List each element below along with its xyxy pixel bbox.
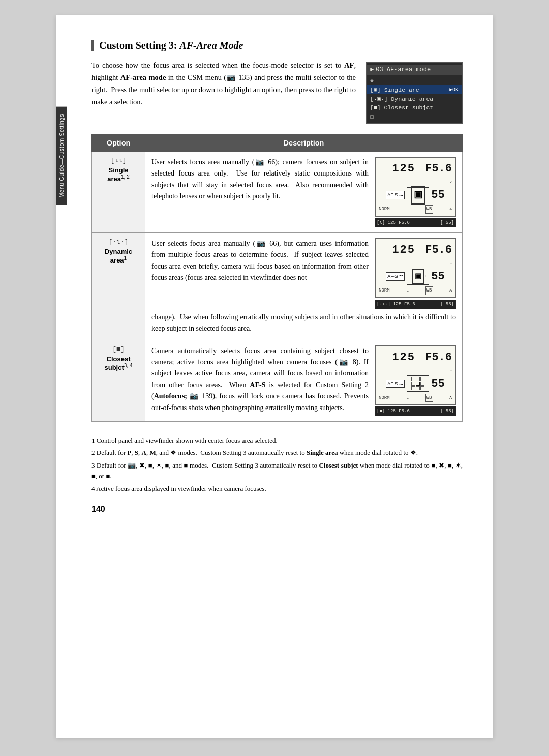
page-number: 140	[92, 505, 463, 514]
vf-num-closest: 55	[431, 375, 444, 393]
col-header-option: Option	[92, 135, 145, 152]
vf-num-single: 55	[431, 186, 444, 204]
footnote-3: 3 Default for 📷, ✖, ■, ✶, ■, and ■ modes…	[92, 460, 463, 482]
option-cell-closest: [■] Closestsubjct3, 4	[92, 340, 145, 421]
closest-icon: [■]	[98, 345, 139, 353]
single-area-icon: [ιι]	[98, 157, 139, 164]
vf-status-closest: [■] 125 F5.6 [ 55]	[375, 406, 456, 416]
dynamic-desc-continued: change). Use when following erratically …	[151, 309, 456, 335]
camera-menu-header: ► 03 AF-area mode	[367, 65, 462, 75]
vf-aperture-single: F5.6	[418, 160, 452, 178]
footnote-1: 1 Control panel and viewfinder shown wit…	[92, 435, 463, 446]
vf-middle-single: AF-S 𝌂 ▣ 55	[379, 186, 452, 204]
options-table: Option Description [ιι] Singlearea1, 2 U…	[92, 134, 463, 422]
col-header-desc: Description	[145, 135, 463, 152]
closest-sup: 3, 4	[124, 363, 133, 368]
footnotes: 1 Control panel and viewfinder shown wit…	[92, 430, 463, 495]
desc-cell-dynamic: User selects focus area manually (📷 66),…	[145, 232, 463, 340]
dynamic-area-icon: [·ι·]	[98, 238, 139, 246]
viewfinder-dynamic: 125 F5.6 ♪ AF-S 𝌂 + ▣	[375, 238, 456, 309]
section-title: Custom Setting 3: AF-Area Mode	[92, 40, 463, 51]
camera-menu-display: ► 03 AF-area mode ◆ [▣] Single are ►OK […	[366, 62, 463, 124]
vf-focus-area-closest	[407, 375, 429, 392]
menu-arrow: ►	[370, 66, 374, 73]
title-prefix: Custom Setting 3:	[99, 40, 179, 51]
intro-text: To choose how the focus area is selected…	[92, 60, 356, 124]
vf-shutter-closest: 125	[392, 348, 415, 366]
side-tab-label: Menu Guide—Custom Settings	[58, 114, 65, 198]
vf-aperture-closest: F5.6	[418, 348, 452, 366]
vf-status-single: [ι] 125 F5.6 [ 55]	[375, 218, 456, 227]
viewfinder-single: 125 F5.6 ♪ AF-S 𝌂 ▣ 55	[375, 157, 456, 227]
camera-menu-item-help: ☐	[367, 112, 462, 121]
page: Menu Guide—Custom Settings Custom Settin…	[56, 15, 493, 738]
vf-focus-area-dynamic: + ▣ +	[407, 269, 429, 285]
camera-menu-item-blank: ◆	[367, 76, 462, 85]
vf-focus-area-single: ▣	[407, 187, 429, 203]
table-row: [■] Closestsubjct3, 4 Camera automatical…	[92, 340, 463, 421]
desc-cell-closest: Camera automatically selects focus area …	[145, 340, 463, 421]
vf-num-dynamic: 55	[431, 268, 444, 285]
dynamic-area-sup: 1	[124, 255, 127, 261]
option-cell-dynamic: [·ι·] Dynamicarea1	[92, 232, 145, 340]
vf-middle-dynamic: AF-S 𝌂 + ▣ + 55	[379, 268, 452, 285]
side-tab: Menu Guide—Custom Settings	[56, 107, 67, 205]
camera-menu-item-closest: [■] Closest subjct	[367, 103, 462, 112]
vf-shutter-single: 125	[392, 160, 415, 178]
dynamic-desc-text: User selects focus area manually (📷 66),…	[151, 238, 369, 309]
single-area-sup: 1, 2	[121, 174, 130, 180]
intro-area: To choose how the focus area is selected…	[92, 60, 463, 124]
title-italic: AF-Area Mode	[179, 40, 243, 51]
closest-desc-text: Camera automatically selects focus area …	[151, 345, 369, 416]
vf-middle-closest: AF-S 𝌂	[379, 375, 452, 393]
vf-shutter-dynamic: 125	[392, 241, 415, 259]
dynamic-area-label: Dynamicarea	[105, 248, 132, 264]
camera-menu-item-dynamic: [·▣·] Dynamic area	[367, 94, 462, 103]
footnote-4: 4 Active focus area displayed in viewfin…	[92, 484, 463, 495]
vf-aperture-dynamic: F5.6	[418, 241, 452, 259]
footnote-2: 2 Default for P, S, A, M, and ❖ modes. C…	[92, 448, 463, 458]
desc-cell-single: User selects focus area manually (📷 66);…	[145, 152, 463, 233]
table-row: [ιι] Singlearea1, 2 User selects focus a…	[92, 152, 463, 233]
camera-menu-item-single: [▣] Single are ►OK	[367, 85, 462, 94]
viewfinder-closest: 125 F5.6 ♪ AF-S 𝌂	[375, 345, 456, 416]
vf-status-dynamic: [·ι·] 125 F5.6 [ 55]	[375, 300, 456, 309]
option-cell-single: [ιι] Singlearea1, 2	[92, 152, 145, 233]
table-row: [·ι·] Dynamicarea1 User selects focus ar…	[92, 232, 463, 340]
camera-menu-title: 03 AF-area mode	[376, 66, 431, 73]
single-desc-text: User selects focus area manually (📷 66);…	[151, 157, 369, 227]
